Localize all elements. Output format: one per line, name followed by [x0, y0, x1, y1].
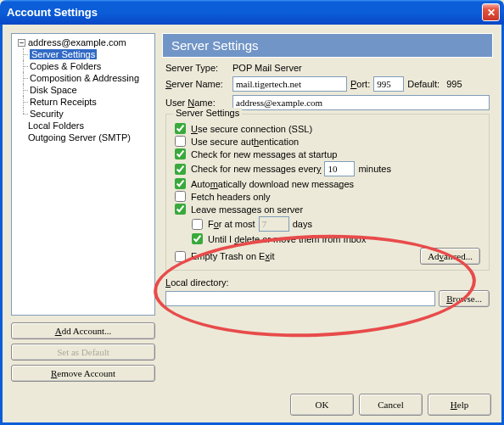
check-startup-checkbox[interactable] [175, 148, 186, 159]
user-name-label: User Name: [165, 98, 229, 108]
auto-download-label: Automatically download new messages [191, 179, 354, 189]
ssl-checkbox[interactable] [175, 123, 186, 134]
tree-item-server-settings[interactable]: Server Settings [14, 48, 152, 60]
default-port-value: 995 [446, 79, 462, 89]
tree-local-folders[interactable]: Local Folders [14, 120, 152, 131]
left-panel: −address@example.com Server Settings Cop… [11, 33, 155, 382]
help-button[interactable]: Help [428, 394, 491, 416]
empty-trash-checkbox[interactable] [175, 251, 186, 262]
add-account-button[interactable]: Add Account... [11, 322, 155, 339]
minutes-label: minutes [358, 164, 391, 174]
check-every-checkbox[interactable] [175, 164, 186, 175]
user-name-input[interactable] [232, 95, 490, 110]
section-title: Server Settings [162, 33, 493, 58]
advanced-button[interactable]: Advanced... [420, 248, 480, 265]
server-type-label: Server Type: [165, 63, 229, 73]
close-icon[interactable]: ✕ [482, 3, 500, 21]
ok-button[interactable]: OK [290, 394, 354, 416]
until-delete-label: Until I delete or move them from Inbox [208, 234, 367, 244]
remove-account-button[interactable]: Remove Account [11, 365, 155, 382]
tree-item-copies-folders[interactable]: Copies & Folders [14, 60, 152, 72]
for-at-most-label: For at most [208, 219, 255, 229]
tree-item-return-receipts[interactable]: Return Receipts [14, 96, 152, 108]
for-at-most-checkbox[interactable] [192, 219, 203, 230]
server-type-value: POP Mail Server [232, 63, 302, 73]
check-minutes-input[interactable] [324, 161, 355, 176]
secure-auth-checkbox[interactable] [175, 136, 186, 147]
tree-outgoing-smtp[interactable]: Outgoing Server (SMTP) [14, 131, 152, 143]
titlebar: Account Settings ✕ [0, 0, 504, 25]
browse-button[interactable]: Browse... [439, 290, 490, 307]
empty-trash-label: Empty Trash on Exit [191, 251, 274, 261]
port-label: Port: [350, 79, 370, 89]
default-port-label: Default: [407, 79, 440, 89]
tree-item-composition[interactable]: Composition & Addressing [14, 72, 152, 84]
window-title: Account Settings [7, 6, 482, 19]
secure-auth-label: Use secure authentication [191, 137, 299, 147]
server-name-input[interactable] [232, 76, 347, 92]
server-settings-legend: Server Settings [173, 108, 242, 118]
tree-account[interactable]: −address@example.com [14, 36, 152, 48]
cancel-button[interactable]: Cancel [359, 394, 423, 416]
server-name-label: Server Name: [165, 79, 229, 89]
local-directory-label: Local directory: [165, 277, 490, 288]
dialog-footer: OK Cancel Help [0, 387, 504, 425]
account-tree: −address@example.com Server Settings Cop… [11, 33, 155, 316]
auto-download-checkbox[interactable] [175, 178, 186, 189]
port-input[interactable] [373, 76, 404, 92]
fetch-headers-checkbox[interactable] [175, 191, 186, 202]
check-every-label: Check for new messages every [191, 164, 321, 174]
leave-messages-label: Leave messages on server [191, 204, 303, 215]
right-panel: Server Settings Server Type: POP Mail Se… [162, 33, 493, 382]
server-settings-group: Server Settings Use secure connection (S… [165, 114, 490, 271]
set-default-button: Set as Default [11, 344, 155, 361]
until-delete-checkbox[interactable] [192, 233, 203, 244]
ssl-label: Use secure connection (SSL) [191, 124, 312, 134]
tree-item-security[interactable]: Security [14, 108, 152, 120]
collapse-icon[interactable]: − [18, 39, 25, 47]
tree-item-disk-space[interactable]: Disk Space [14, 84, 152, 96]
fetch-headers-label: Fetch headers only [191, 192, 271, 202]
local-directory-input[interactable] [165, 291, 435, 306]
days-label: days [293, 219, 312, 229]
check-startup-label: Check for new messages at startup [191, 149, 337, 159]
for-days-input [259, 216, 289, 232]
leave-messages-checkbox[interactable] [175, 204, 186, 215]
